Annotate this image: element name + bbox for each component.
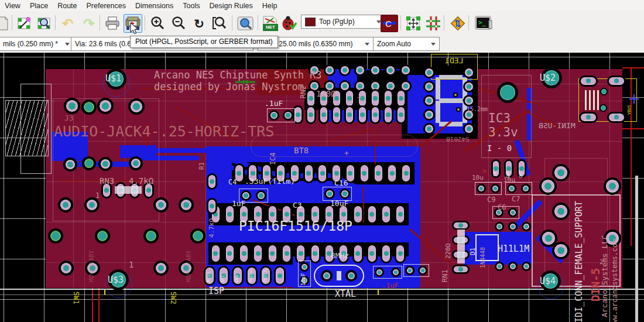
replace-component-icon[interactable]	[404, 14, 423, 33]
pcb-silkscreen-text: VBUS	[628, 105, 632, 115]
pcb-pad	[423, 81, 435, 93]
pcb-oval-pad	[370, 105, 381, 124]
print-icon[interactable]	[103, 14, 122, 33]
pad-drill	[270, 251, 275, 256]
pad-drill	[494, 166, 498, 171]
pcb-silkscreen-text: RN1	[441, 269, 448, 282]
pad-drill	[321, 112, 326, 117]
menu-view[interactable]: View	[0, 1, 25, 11]
wire-join-icon[interactable]	[234, 77, 256, 90]
redo-icon[interactable]: ↷	[80, 14, 98, 33]
pcb-pad	[324, 64, 335, 76]
pcb-pad	[269, 110, 279, 121]
pcb-oval-pad	[306, 105, 316, 124]
board-layer: Arcano NES Chiptune Synth R3designed by …	[0, 53, 644, 322]
silk-mcu: PIC16F1516/18P	[239, 220, 352, 233]
pcb-pad	[463, 67, 475, 78]
pad-drill	[386, 112, 390, 117]
pad-drill	[237, 171, 241, 176]
zoom-in-icon[interactable]	[148, 14, 167, 33]
pcb-pad	[423, 123, 435, 135]
menu-dimensions[interactable]: Dimensions	[131, 1, 178, 11]
pad-drill	[498, 265, 501, 268]
layer-select[interactable]: Top (PgUp)	[301, 15, 385, 29]
pad-drill	[524, 187, 527, 190]
undo-icon[interactable]: ↶	[59, 14, 77, 33]
pad-drill	[362, 171, 366, 176]
menu-route[interactable]: Route	[53, 1, 81, 11]
silk-led1: LED1	[445, 57, 463, 64]
zoom-window-icon[interactable]	[235, 14, 255, 33]
zoom-select-icon[interactable]	[210, 14, 228, 33]
pad-drill	[133, 103, 139, 109]
pad-drill	[458, 267, 463, 272]
open-document-icon[interactable]	[0, 14, 12, 33]
menu-help[interactable]: Help	[258, 1, 282, 11]
pad-drill	[390, 171, 395, 176]
pcb-pad	[463, 123, 475, 135]
menu-tools[interactable]: Tools	[178, 1, 204, 11]
grid-setup-icon[interactable]	[424, 14, 443, 33]
redraw-icon[interactable]: ↻	[190, 14, 208, 33]
pad-drill	[358, 68, 362, 73]
pcb-pad	[375, 268, 384, 277]
pad-drill	[557, 169, 564, 176]
command-terminal-icon[interactable]: >_	[473, 14, 494, 33]
pad-drill	[545, 235, 552, 242]
design-rule-check-icon[interactable]	[280, 14, 299, 33]
zoom-out-icon[interactable]	[169, 14, 188, 33]
pcb-pad	[508, 222, 518, 231]
pcb-pad	[300, 262, 309, 272]
pcb-silkscreen-text: RN2	[300, 85, 307, 98]
pcb-pad	[143, 228, 159, 244]
pad-drill	[296, 112, 300, 117]
pcb-pad	[324, 189, 335, 199]
unit-select[interactable]: mils (0.250 mm) *	[0, 37, 74, 51]
export-net-icon[interactable]: NET	[261, 14, 280, 33]
pad-drill	[467, 84, 471, 89]
pad-drill	[327, 191, 331, 196]
pad-drill	[227, 212, 232, 217]
pad-drill	[303, 265, 306, 269]
pcb-pad	[128, 98, 145, 115]
pcb-silkscreen-text: .1uF	[382, 282, 399, 289]
pad-drill	[421, 269, 424, 272]
zoom-select[interactable]: Zoom Auto	[373, 37, 440, 51]
board-edit-icon[interactable]	[15, 14, 34, 33]
pcb-trace	[635, 176, 638, 322]
pad-drill	[355, 212, 360, 217]
pad-drill	[89, 202, 95, 208]
pad-drill	[251, 171, 255, 176]
menu-design-rules[interactable]: Design Rules	[204, 1, 257, 11]
pad-drill	[146, 188, 151, 193]
pcb-canvas[interactable]: Arcano NES Chiptune Synth R3designed by …	[0, 53, 644, 322]
pcb-silkscreen-text: OUT	[519, 170, 523, 178]
pad-drill	[349, 273, 354, 278]
ratsnest-icon[interactable]: C	[381, 15, 398, 32]
pad-drill	[334, 112, 339, 117]
pad-drill	[183, 202, 189, 208]
pcb-region	[115, 186, 142, 194]
pcb-pad	[405, 266, 415, 275]
pcb-oval-pad	[395, 204, 406, 224]
pcb-silkscreen-text: C16	[334, 179, 348, 187]
pad-drill	[586, 78, 591, 83]
pad-drill	[386, 96, 390, 101]
pcb-pad	[153, 261, 169, 276]
pcb-pad	[190, 228, 205, 244]
pcb-editor-window: View Place Route Preferences Dimensions …	[0, 0, 644, 322]
board-view-icon[interactable]	[35, 14, 54, 33]
pad-drill	[398, 251, 403, 256]
menu-place[interactable]: Place	[25, 1, 53, 11]
pcb-silkscreen-text: 8MHz	[331, 252, 349, 259]
pcb-outline	[5, 100, 49, 156]
pcb-region	[436, 101, 440, 123]
pcb-trace	[104, 289, 105, 295]
menu-preferences[interactable]: Preferences	[82, 1, 131, 11]
pcb-region	[337, 271, 341, 280]
autoroute-icon[interactable]	[448, 14, 467, 33]
pcb-pad	[345, 270, 357, 282]
pad-drill	[299, 212, 303, 217]
pad-drill	[256, 251, 261, 256]
pad-drill	[347, 96, 352, 101]
